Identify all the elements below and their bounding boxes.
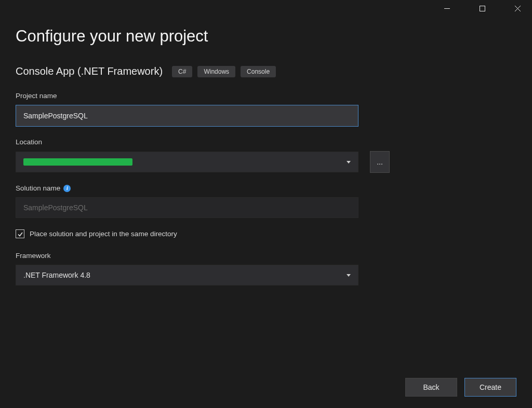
framework-combobox[interactable]: .NET Framework 4.8 (16, 265, 358, 285)
page-body: Configure your new project Console App (… (0, 17, 532, 408)
window-titlebar (0, 0, 532, 17)
location-value-redacted (23, 158, 132, 166)
subtitle-row: Console App (.NET Framework) C# Windows … (16, 65, 516, 77)
location-label: Location (16, 138, 516, 146)
tag-console: Console (241, 66, 276, 77)
same-directory-checkbox[interactable] (16, 229, 24, 238)
info-icon[interactable]: i (63, 185, 71, 192)
template-tags: C# Windows Console (172, 66, 276, 77)
project-template-name: Console App (.NET Framework) (16, 65, 163, 77)
location-group: Location ... (16, 138, 516, 173)
tag-csharp: C# (172, 66, 192, 77)
svg-rect-1 (480, 6, 485, 11)
create-button[interactable]: Create (464, 378, 516, 397)
framework-group: Framework .NET Framework 4.8 (16, 252, 516, 285)
project-name-label: Project name (16, 92, 516, 100)
location-combobox[interactable] (16, 152, 358, 172)
page-title: Configure your new project (16, 27, 516, 46)
footer-buttons: Back Create (405, 378, 516, 397)
tag-windows: Windows (197, 66, 235, 77)
project-name-input[interactable] (16, 105, 358, 127)
solution-name-input: SamplePostgreSQL (16, 197, 358, 218)
solution-name-group: Solution name i SamplePostgreSQL (16, 184, 516, 218)
project-name-group: Project name (16, 92, 516, 127)
solution-name-label: Solution name i (16, 184, 516, 192)
browse-location-button[interactable]: ... (370, 151, 390, 173)
framework-value: .NET Framework 4.8 (23, 271, 90, 279)
maximize-button[interactable] (471, 1, 494, 16)
back-button[interactable]: Back (405, 378, 457, 397)
solution-name-label-text: Solution name (16, 184, 60, 192)
same-directory-row[interactable]: Place solution and project in the same d… (16, 229, 516, 238)
minimize-button[interactable] (435, 1, 458, 16)
chevron-down-icon (347, 161, 351, 164)
chevron-down-icon (347, 274, 351, 277)
close-button[interactable] (506, 1, 529, 16)
framework-label: Framework (16, 252, 516, 260)
same-directory-label: Place solution and project in the same d… (30, 230, 177, 238)
